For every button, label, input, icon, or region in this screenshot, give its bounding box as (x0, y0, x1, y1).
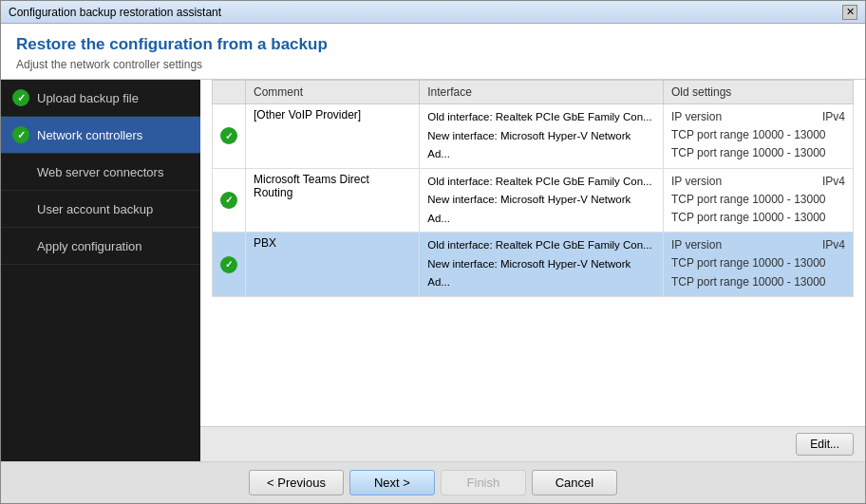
sidebar-item-label: User account backup (37, 202, 153, 216)
sidebar-item-label: Network controllers (37, 128, 142, 142)
next-button[interactable]: Next > (349, 470, 435, 495)
sidebar-item-label: Upload backup file (37, 91, 139, 105)
setting-row: TCP port range 10000 - 13000 (671, 144, 845, 162)
row-check-icon (220, 192, 237, 209)
col-old-settings: Old settings (663, 81, 853, 104)
table-row[interactable]: [Other VoIP Provider]Old interface: Real… (213, 104, 854, 169)
setting-row: TCP port range 10000 - 13000 (671, 254, 845, 272)
sidebar-item-upload-backup[interactable]: Upload backup file (1, 80, 200, 117)
comment-cell: Microsoft Teams Direct Routing (246, 168, 420, 233)
setting-label: IP version (671, 173, 722, 191)
sidebar-item-network-controllers[interactable]: Network controllers (1, 117, 200, 154)
setting-row: IP versionIPv4 (671, 173, 845, 191)
check-placeholder (12, 237, 29, 254)
setting-label: TCP port range 10000 - 13000 (671, 254, 826, 272)
setting-value: IPv4 (822, 236, 845, 254)
edit-button[interactable]: Edit... (796, 433, 854, 456)
setting-row: TCP port range 10000 - 13000 (671, 126, 845, 144)
setting-value: IPv4 (822, 173, 845, 191)
settings-cell: IP versionIPv4TCP port range 10000 - 130… (663, 104, 853, 169)
col-comment: Comment (246, 81, 420, 104)
interface-cell: Old interface: Realtek PCIe GbE Family C… (420, 233, 664, 297)
sidebar-item-user-account-backup[interactable]: User account backup (1, 191, 200, 228)
finish-button: Finish (441, 470, 526, 495)
page-subtitle: Adjust the network controller settings (16, 58, 850, 71)
setting-row: IP versionIPv4 (671, 108, 845, 126)
table-container: Comment Interface Old settings [Other Vo… (200, 80, 865, 426)
previous-button[interactable]: < Previous (249, 470, 344, 495)
row-check-icon (220, 127, 237, 144)
col-interface: Interface (420, 81, 664, 104)
interface-cell: Old interface: Realtek PCIe GbE Family C… (420, 104, 664, 169)
title-bar: Configuration backup restoration assista… (1, 1, 865, 24)
check-icon (12, 126, 29, 143)
settings-cell: IP versionIPv4TCP port range 10000 - 130… (663, 168, 853, 233)
table-row[interactable]: Microsoft Teams Direct RoutingOld interf… (213, 168, 854, 233)
row-check-cell (213, 168, 246, 233)
setting-value: IPv4 (822, 108, 845, 126)
check-icon (12, 89, 29, 106)
content-wrapper: Upload backup fileNetwork controllersWeb… (1, 80, 865, 461)
sidebar-item-label: Apply configuration (37, 239, 142, 253)
bottom-bar: Edit... (200, 426, 865, 461)
interface-cell: Old interface: Realtek PCIe GbE Family C… (420, 168, 664, 233)
cancel-button[interactable]: Cancel (532, 470, 617, 495)
setting-label: TCP port range 10000 - 13000 (671, 144, 826, 162)
title-bar-text: Configuration backup restoration assista… (9, 6, 221, 19)
setting-row: TCP port range 10000 - 13000 (671, 273, 845, 291)
setting-label: TCP port range 10000 - 13000 (671, 273, 826, 291)
setting-label: TCP port range 10000 - 13000 (671, 209, 826, 227)
footer: < Previous Next > Finish Cancel (1, 461, 865, 503)
setting-label: IP version (671, 108, 722, 126)
check-placeholder (12, 163, 29, 180)
setting-row: TCP port range 10000 - 13000 (671, 191, 845, 209)
check-placeholder (12, 200, 29, 217)
setting-row: TCP port range 10000 - 13000 (671, 209, 845, 227)
setting-label: TCP port range 10000 - 13000 (671, 191, 826, 209)
sidebar-item-web-server-connectors[interactable]: Web server connectors (1, 154, 200, 191)
row-check-cell (213, 233, 246, 297)
row-check-icon (220, 256, 237, 273)
comment-cell: PBX (246, 233, 420, 297)
sidebar-item-apply-configuration[interactable]: Apply configuration (1, 228, 200, 265)
table-row[interactable]: PBXOld interface: Realtek PCIe GbE Famil… (213, 233, 854, 297)
data-table: Comment Interface Old settings [Other Vo… (212, 80, 854, 297)
row-check-cell (213, 104, 246, 169)
setting-label: IP version (671, 236, 722, 254)
sidebar: Upload backup fileNetwork controllersWeb… (1, 80, 200, 461)
main-window: Configuration backup restoration assista… (0, 0, 866, 504)
sidebar-item-label: Web server connectors (37, 165, 163, 179)
setting-label: TCP port range 10000 - 13000 (671, 126, 826, 144)
right-panel: Comment Interface Old settings [Other Vo… (200, 80, 865, 461)
comment-cell: [Other VoIP Provider] (246, 104, 420, 169)
settings-cell: IP versionIPv4TCP port range 10000 - 130… (663, 233, 853, 297)
header-section: Restore the configuration from a backup … (1, 24, 865, 80)
col-check (213, 81, 246, 104)
page-title: Restore the configuration from a backup (16, 35, 850, 54)
close-button[interactable]: ✕ (842, 5, 857, 20)
setting-row: IP versionIPv4 (671, 236, 845, 254)
